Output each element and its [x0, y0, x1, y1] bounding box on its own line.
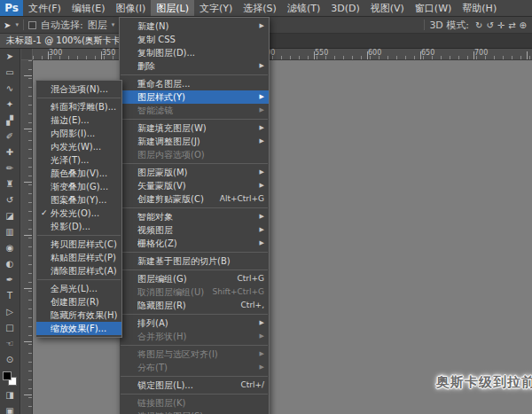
eraser-tool[interactable]: ◪	[0, 208, 20, 224]
menubar-item[interactable]: 滤镜(T)	[282, 0, 325, 16]
roll-3d-icon[interactable]: ↺	[484, 20, 495, 30]
move-tool-preset-icon[interactable]: ➤	[4, 20, 11, 30]
menu-item[interactable]: 图层编组(G)Ctrl+G	[120, 272, 269, 285]
screen-mode-icon[interactable]: ▣	[0, 403, 20, 414]
menu-item[interactable]: 拷贝图层样式(C)	[36, 238, 121, 251]
horizontal-ruler[interactable]: 300350400450500550600650700	[33, 49, 532, 60]
menu-item[interactable]: ✓外发光(O)...	[36, 207, 121, 220]
tool-preset-caret-icon[interactable]: ▾	[15, 21, 19, 28]
ruler-number: 550	[315, 49, 328, 57]
menu-item[interactable]: 选择链接图层(S)	[120, 410, 269, 414]
menu-item[interactable]: 粘贴图层样式(P)	[36, 251, 121, 264]
menu-item[interactable]: 智能滤镜▶	[120, 104, 269, 117]
foreground-color-swatch[interactable]	[3, 371, 12, 380]
menu-item[interactable]: 排列(A)▶	[120, 316, 269, 330]
menu-bar: Ps 文件(F)编辑(E)图像(I)图层(L)文字(Y)选择(S)滤镜(T)3D…	[0, 0, 532, 17]
type-tool[interactable]: T	[0, 288, 20, 304]
menu-item[interactable]: 复制 CSS	[120, 33, 269, 46]
menu-item[interactable]: 复制图层(D)...	[120, 46, 269, 59]
gradient-tool[interactable]: ▥	[0, 224, 20, 240]
zoom-tool[interactable]: ⊙	[0, 352, 20, 368]
menu-item[interactable]: 内发光(W)...	[36, 140, 121, 153]
menu-item[interactable]: 缩放效果(F)...	[36, 322, 121, 335]
menu-item[interactable]: 新建调整图层(J)▶	[120, 135, 269, 148]
pen-tool[interactable]: ✒	[0, 272, 20, 288]
menu-item[interactable]: 重命名图层...	[120, 77, 269, 90]
scale-3d-icon[interactable]: ⊕	[518, 20, 528, 30]
history-brush-tool[interactable]: ↺	[0, 192, 20, 208]
rectangular-marquee-tool[interactable]: ▭	[0, 65, 20, 81]
menu-item[interactable]: 图层样式(Y)▶	[120, 90, 269, 104]
shape-tool[interactable]: □	[0, 320, 20, 336]
menubar-item[interactable]: 编辑(E)	[66, 0, 111, 16]
menubar-item[interactable]: 文字(Y)	[194, 0, 238, 16]
menu-item[interactable]: 创建图层(R)	[36, 295, 121, 309]
clone-stamp-tool[interactable]: ♜	[0, 176, 20, 192]
menubar-item[interactable]: 图层(L)	[151, 0, 194, 16]
quick-selection-tool[interactable]: ✦	[0, 97, 20, 113]
menu-item[interactable]: 取消图层编组(U)Shift+Ctrl+G	[120, 285, 269, 299]
menu-item[interactable]: 栅格化(Z)▶	[120, 237, 269, 250]
menu-item[interactable]: 图案叠加(Y)...	[36, 193, 121, 207]
menu-item[interactable]: 隐藏所有效果(H)	[36, 309, 121, 322]
menu-item[interactable]: 光泽(T)...	[36, 153, 121, 167]
menubar-item[interactable]: 3D(D)	[325, 0, 365, 16]
menubar-item[interactable]: 图像(I)	[110, 0, 151, 16]
menubar-item[interactable]: 窗口(W)	[410, 0, 457, 16]
menu-item[interactable]: 图层蒙版(M)▶	[120, 166, 269, 179]
rotate-3d-icon[interactable]: ↻	[473, 20, 484, 30]
menu-item[interactable]: 合并形状(H)▶	[120, 330, 269, 343]
vertical-ruler[interactable]	[21, 60, 33, 414]
auto-select-value[interactable]: 图层	[88, 19, 107, 32]
menu-item[interactable]: 描边(E)...	[36, 113, 121, 127]
menu-item[interactable]: 锁定图层(L)...Ctrl+/	[120, 379, 269, 392]
menu-separator	[121, 269, 268, 270]
menu-item[interactable]: 创建剪贴蒙版(C)Alt+Ctrl+G	[120, 192, 269, 206]
slide-3d-icon[interactable]: ⇄	[506, 20, 517, 30]
menu-item[interactable]: 链接图层(K)	[120, 396, 269, 410]
menu-item[interactable]: 新建基于图层的切片(B)	[120, 254, 269, 268]
ruler-corner[interactable]	[21, 49, 33, 60]
hand-tool[interactable]: ☜	[0, 336, 20, 352]
lasso-tool[interactable]: ∿	[0, 81, 20, 97]
menu-item[interactable]: 斜面和浮雕(B)...	[36, 100, 121, 113]
menu-item[interactable]: 颜色叠加(V)...	[36, 167, 121, 180]
menu-item[interactable]: 隐藏图层(R)Ctrl+,	[120, 299, 269, 312]
healing-brush-tool[interactable]: ✚	[0, 145, 20, 160]
menu-item[interactable]: 删除▶	[120, 59, 269, 73]
brush-tool[interactable]: ✏	[0, 160, 20, 176]
quick-mask-icon[interactable]: ◨	[0, 387, 20, 403]
menu-item[interactable]: 混合选项(N)...	[36, 82, 121, 96]
menubar-item[interactable]: 帮助(H)	[457, 0, 502, 16]
auto-select-caret-icon[interactable]: ▾	[112, 21, 115, 28]
path-selection-tool[interactable]: ▷	[0, 304, 20, 320]
auto-select-checkbox[interactable]	[28, 21, 36, 29]
menu-item[interactable]: 视频图层▶	[120, 223, 269, 237]
eyedropper-tool[interactable]: ✐	[0, 129, 20, 145]
menu-item[interactable]: 内阴影(I)...	[36, 127, 121, 140]
menu-item-label: 创建剪贴蒙版(C)	[137, 192, 213, 206]
menu-item[interactable]: 新建填充图层(W)▶	[120, 121, 269, 135]
menu-item[interactable]: 矢量蒙版(V)▶	[120, 179, 269, 192]
crop-tool[interactable]: ▞	[0, 113, 20, 129]
menubar-item[interactable]: 视图(V)	[365, 0, 410, 16]
drag-3d-icon[interactable]: ✛	[496, 20, 506, 30]
move-tool[interactable]: ➤	[0, 49, 20, 65]
menubar-item[interactable]: 选择(S)	[238, 0, 282, 16]
menu-item[interactable]: 清除图层样式(A)	[36, 264, 121, 277]
menu-item[interactable]: 图层内容选项(O)	[120, 148, 269, 161]
menu-item[interactable]: 新建(N)▶	[120, 20, 269, 33]
color-swatches[interactable]	[3, 371, 17, 386]
dodge-tool[interactable]: ◐	[0, 256, 20, 272]
menu-item[interactable]: 将图层与选区对齐(I)▶	[120, 348, 269, 361]
menu-item[interactable]: 投影(D)...	[36, 220, 121, 233]
menu-item[interactable]: 渐变叠加(G)...	[36, 180, 121, 193]
menu-item[interactable]: 全局光(L)...	[36, 282, 121, 295]
menu-item[interactable]: 分布(T)▶	[120, 361, 269, 374]
menubar-item[interactable]: 文件(F)	[23, 0, 66, 16]
menu-item[interactable]: 智能对象▶	[120, 210, 269, 223]
menu-item-label: 描边(E)...	[51, 113, 118, 127]
blur-tool[interactable]: ◉	[0, 240, 20, 256]
menu-item-label: 合并形状(H)	[137, 330, 254, 343]
menu-item-label: 隐藏所有效果(H)	[51, 309, 118, 322]
